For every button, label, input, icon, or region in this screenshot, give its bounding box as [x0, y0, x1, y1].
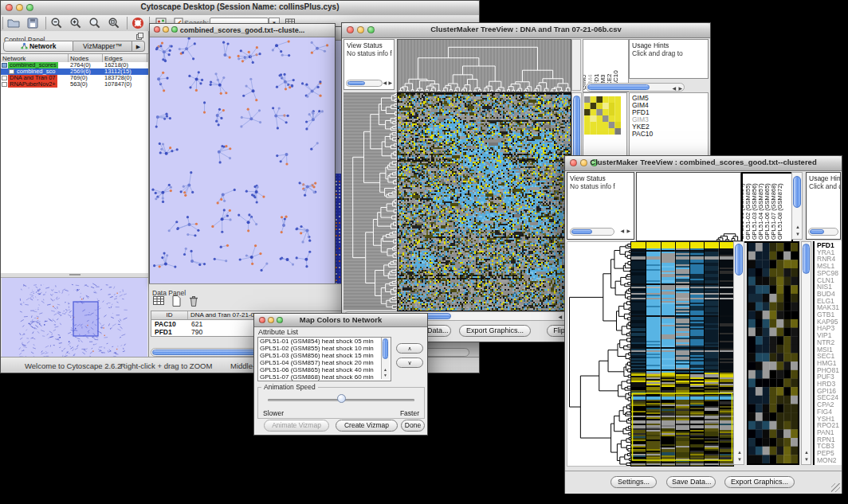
scroll-thumb[interactable] [383, 338, 388, 359]
view-status-panel: View Status No status info f ◀ ▶ [344, 39, 395, 90]
attribute-item[interactable]: GPL51-02 (GSM855) heat shock 10 min [258, 345, 391, 352]
scroll-up-arrow[interactable]: ▲ [795, 225, 800, 229]
id-column-header[interactable]: ID [151, 311, 188, 319]
save-icon[interactable] [26, 17, 39, 29]
scroll-left-arrow[interactable]: ◀ [620, 229, 624, 233]
mini-scroll-strip[interactable] [571, 39, 581, 91]
gene-id: PFD1 [151, 328, 188, 336]
scroll-thumb[interactable] [810, 229, 824, 234]
scroll-thumb[interactable] [803, 244, 810, 274]
scroll-down-arrow[interactable]: ▼ [795, 232, 800, 236]
column-dendrogram-canvas[interactable] [636, 172, 741, 241]
speed-slider-thumb[interactable] [337, 394, 346, 403]
scroll-up-arrow[interactable]: ▲ [804, 450, 809, 455]
gene-label[interactable]: MON2 [815, 457, 842, 464]
create-vizmap-button[interactable]: Create Vizmap [336, 420, 398, 432]
zoom-in-icon[interactable] [69, 17, 82, 29]
scroll-thumb[interactable] [735, 244, 743, 275]
network-edges: 13112(15) [103, 68, 147, 75]
main-titlebar[interactable]: Cytoscape Desktop (Session Name: collins… [1, 1, 479, 16]
attribute-item[interactable]: GPL51-03 (GSM856) heat shock 15 min [258, 352, 391, 359]
move-down-button[interactable]: ∨ [396, 357, 423, 368]
export-graphics-button[interactable]: Export Graphics... [459, 325, 531, 337]
scroll-down-arrow[interactable]: ▼ [383, 373, 387, 377]
down-arrow-glyph: ∨ [407, 360, 411, 365]
main-window-title: Cytoscape Desktop (Session Name: collins… [1, 2, 479, 11]
tab-network[interactable]: Network [3, 41, 73, 52]
detail-heatmap-canvas[interactable] [747, 241, 799, 465]
scroll-right-arrow[interactable]: ▶ [626, 229, 630, 233]
network-canvas[interactable] [150, 37, 335, 283]
correlation-matrix-canvas[interactable] [584, 96, 621, 135]
scroll-thumb[interactable] [793, 176, 801, 208]
scroll-down-arrow[interactable]: ▼ [804, 457, 809, 462]
treeview-combined-titlebar[interactable]: ClusterMaker TreeView : combined_scores_… [565, 156, 842, 171]
tab-vizmapper[interactable]: VizMapper™ [73, 41, 132, 52]
network-table-row[interactable]: combined_scores 2764(0) 16218(0) [1, 62, 148, 68]
done-button[interactable]: Done [401, 420, 425, 432]
move-up-button[interactable]: ∧ [396, 343, 423, 354]
tab-vizmapper-label: VizMapper™ [83, 42, 122, 50]
heatmap-canvas[interactable] [630, 241, 734, 467]
zoom-selected-icon[interactable] [108, 17, 120, 29]
float-panel-icon[interactable] [136, 33, 143, 40]
usage-hints-scrollbar[interactable] [808, 228, 838, 236]
row-dendrogram-canvas[interactable] [567, 241, 632, 467]
network-table-row[interactable]: RNAPuberNov2+ 563(0) 107847(0) [1, 81, 148, 88]
resize-grip[interactable] [831, 483, 840, 492]
gene-label[interactable]: PAC10 [630, 131, 708, 138]
scroll-up-arrow[interactable]: ▲ [383, 368, 387, 372]
attribute-table-icon[interactable] [152, 295, 165, 307]
attribute-item[interactable]: GPL51-06 (GSM865) heat shock 40 min [258, 366, 391, 373]
network-nodes: 2764(0) [69, 62, 103, 68]
scroll-right-arrow[interactable]: ▶ [678, 86, 682, 91]
scroll-thumb[interactable] [347, 81, 365, 85]
treeview-dna-titlebar[interactable]: ClusterMaker TreeView : DNA and Tran 07-… [342, 23, 710, 38]
help-lifering-icon[interactable] [132, 17, 144, 29]
attribute-listbox: GPL51-01 (GSM854) heat shock 05 minGPL51… [257, 337, 391, 381]
export-graphics-button[interactable]: Export Graphics... [724, 476, 795, 488]
row-dendrogram-canvas[interactable] [344, 92, 397, 310]
zoom-out-icon[interactable] [50, 17, 63, 29]
animate-vizmap-button[interactable]: Animate Vizmap [264, 420, 329, 432]
scroll-up-arrow[interactable]: ▲ [737, 450, 742, 455]
birdseye-view-canvas[interactable] [2, 278, 147, 357]
dialog-titlebar[interactable]: Map Colors to Network [254, 314, 427, 327]
heatmap-canvas[interactable] [397, 92, 571, 311]
attribute-item[interactable]: GPL51-04 (GSM857) heat shock 20 min [258, 359, 391, 366]
open-file-icon[interactable] [7, 17, 20, 29]
attribute-item[interactable]: GPL51-07 (GSM868) heat shock 60 min [258, 373, 391, 381]
heatmap-vscrollbar[interactable]: ▲ ▼ [733, 241, 744, 465]
scroll-down-arrow[interactable]: ▼ [737, 457, 742, 462]
network-view-titlebar[interactable]: combined_scores_good.txt--cluste... [150, 24, 335, 37]
view-status-scrollbar[interactable] [570, 228, 614, 236]
save-data-label: Save Data... [672, 478, 712, 486]
save-data-button[interactable]: Save Data... [666, 476, 716, 488]
labels-hscrollbar[interactable]: ◀ ▶ [586, 83, 685, 92]
detail-vscrollbar[interactable]: ▲ ▼ [801, 241, 811, 465]
column-dendrogram-canvas[interactable] [397, 39, 571, 92]
delete-attribute-icon[interactable] [187, 295, 200, 307]
zoom-fit-icon[interactable] [88, 17, 101, 29]
attribute-item[interactable]: GPL51-01 (GSM854) heat shock 05 min [258, 338, 391, 345]
scroll-left-arrow[interactable]: ◀ [672, 86, 676, 91]
scroll-thumb[interactable] [571, 229, 592, 234]
view-status-scrollbar[interactable] [346, 80, 383, 87]
scroll-right-arrow[interactable]: ▶ [388, 80, 392, 85]
tab-overflow-button[interactable]: ▶ [132, 41, 145, 52]
scroll-left-arrow[interactable]: ◀ [558, 315, 562, 319]
new-attribute-icon[interactable] [170, 295, 183, 307]
view-status-title: View Status [567, 173, 634, 182]
scroll-thumb[interactable] [587, 84, 650, 90]
listbox-vscrollbar[interactable]: ▲ ▼ [381, 338, 390, 379]
settings-button[interactable]: Settings... [610, 476, 657, 488]
scroll-left-arrow[interactable]: ◀ [383, 80, 387, 85]
column-label[interactable]: GPL51-08 (GSM872) [776, 183, 783, 240]
animate-vizmap-label: Animate Vizmap [272, 421, 321, 429]
gene-list-panel: PFD1YRA1RNR4MSL1SPC98CLN1NIS1BUD4ELG1MAK… [813, 241, 842, 465]
treeview-combined-title: ClusterMaker TreeView : combined_scores_… [565, 158, 842, 166]
desktop: Cytoscape Desktop (Session Name: collins… [0, 0, 848, 504]
network-table-row[interactable]: DNA and Tran 07 769(0) 183728(0) [1, 75, 148, 81]
network-table-row[interactable]: combined_sco 2569(6) 13112(15) [1, 68, 148, 75]
labels-vscrollbar[interactable]: ▲ ▼ [791, 172, 803, 240]
